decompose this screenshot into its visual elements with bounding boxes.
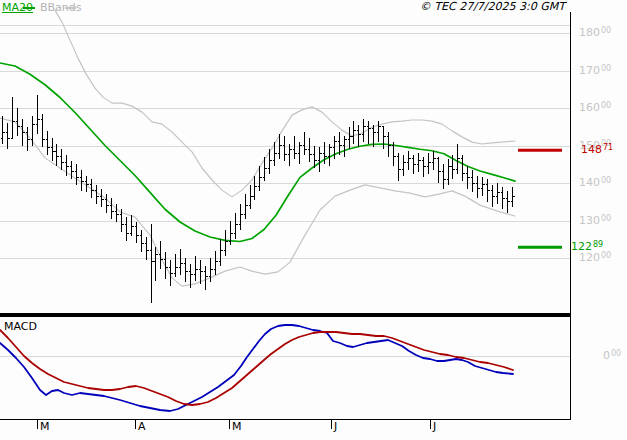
macd-zero-label: 000 xyxy=(603,349,621,363)
support-price-main: 122 xyxy=(571,240,592,253)
resistance-price-label: 14871 xyxy=(581,143,613,157)
month-axis-label: M xyxy=(232,421,242,433)
support-price-sup: 89 xyxy=(593,240,603,249)
price-macd-chart xyxy=(0,0,627,440)
price-axis-label: 18000 xyxy=(579,26,611,40)
resistance-price-sup: 71 xyxy=(603,143,613,152)
price-axis-label: 17000 xyxy=(579,64,611,78)
ma20-legend-swatch xyxy=(23,7,35,9)
support-price-label: 12289 xyxy=(571,240,603,254)
month-axis-label: J xyxy=(334,421,337,433)
macd-zero-main: 0 xyxy=(603,349,610,362)
price-axis-label: 14000 xyxy=(579,176,611,190)
price-axis-label: 16000 xyxy=(579,101,611,115)
bbands-legend-swatch xyxy=(65,7,76,9)
macd-zero-sup: 00 xyxy=(611,349,621,358)
copyright-text: © TEC 27/7/2025 3:0 GMT xyxy=(420,0,565,13)
chart-canvas: MA20 BBands © TEC 27/7/2025 3:0 GMT 1800… xyxy=(0,0,627,440)
month-axis-label: M xyxy=(40,421,50,433)
macd-panel-title: MACD xyxy=(4,320,37,333)
resistance-price-main: 148 xyxy=(581,143,602,156)
month-axis-label: A xyxy=(138,421,146,433)
month-axis-label: J xyxy=(433,421,436,433)
price-axis-label: 13000 xyxy=(579,214,611,228)
